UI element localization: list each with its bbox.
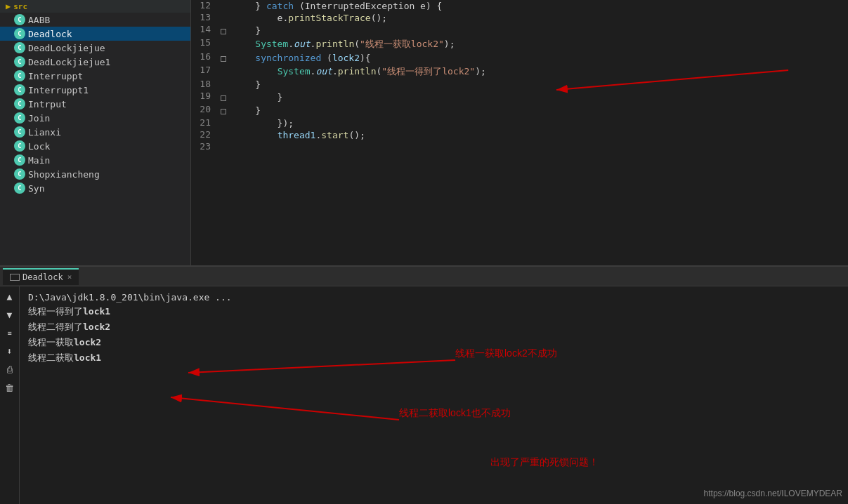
java-icon: C [14,140,25,152]
console-main: ▲ ▼ ≡ ⬇ ⎙ 🗑 D:\Java\jdk1.8.0_201\bin\jav… [0,286,848,504]
scroll-down-btn[interactable]: ▼ [3,307,17,321]
code-line-14: 14 } [191,24,848,37]
sidebar-item-intrput[interactable]: C Intrput [0,97,190,111]
java-icon: C [14,70,25,81]
wrap-btn[interactable]: ≡ [3,326,17,340]
code-editor: 12 } catch (InterruptedException e) { 13… [191,0,848,265]
code-table: 12 } catch (InterruptedException e) { 13… [191,0,848,152]
sidebar-item-syn[interactable]: C Syn [0,181,190,195]
sidebar-item-src[interactable]: ▶ src [0,0,190,13]
print-btn[interactable]: ⎙ [3,362,17,376]
sidebar-item-lianxi[interactable]: C Lianxi [0,125,190,139]
code-line-19: 19 } [191,91,848,104]
console-output-1: 线程一得到了lock1 [28,304,840,319]
console-path-line: D:\Java\jdk1.8.0_201\bin\java.exe ... [28,291,840,304]
sidebar-item-lock[interactable]: C Lock [0,139,190,153]
watermark: https://blog.csdn.net/ILOVEMYDEAR [704,489,842,498]
console-output-3: 线程一获取lock2 [28,335,840,350]
console-left-toolbar: ▲ ▼ ≡ ⬇ ⎙ 🗑 [0,286,20,504]
console-tab-deadlock[interactable]: Deadlock × [3,268,79,285]
java-icon: C [14,183,25,194]
code-line-16: 16 synchronized (lock2){ [191,51,848,65]
console-tab-icon [10,274,20,281]
java-icon: C [14,14,25,25]
java-icon: C [14,98,25,110]
console-output-4: 线程二获取lock1 [28,350,840,366]
code-line-13: 13 e.printStackTrace(); [191,12,848,24]
java-icon: C [14,112,25,124]
sidebar-item-interruppt[interactable]: C Interruppt [0,69,190,83]
console-tab-label: Deadlock [22,272,63,282]
java-icon: C [14,28,25,39]
java-icon: C [14,42,25,53]
code-line-18: 18 } [191,79,848,91]
sidebar-item-deadlockjiejue1[interactable]: C DeadLockjiejue1 [0,55,190,69]
java-icon: C [14,84,25,95]
console-output-2: 线程二得到了lock2 [28,319,840,335]
console-tab-close[interactable]: × [67,272,72,281]
sidebar-item-join[interactable]: C Join [0,111,190,125]
sidebar: ▶ src C AABB C Deadlock C DeadLockjiejue… [0,0,191,265]
code-line-12: 12 } catch (InterruptedException e) { [191,0,848,12]
sidebar-item-main[interactable]: C Main [0,153,190,167]
code-line-21: 21 }); [191,117,848,129]
console-content: D:\Java\jdk1.8.0_201\bin\java.exe ... 线程… [20,286,848,504]
scroll-end-btn[interactable]: ⬇ [3,344,17,358]
scroll-up-btn[interactable]: ▲ [3,289,17,303]
svg-line-7 [171,397,399,420]
console-area: Deadlock × ▲ ▼ ≡ ⬇ ⎙ 🗑 D:\Java\jdk1.8.0_… [0,265,848,504]
sidebar-item-interruppt1[interactable]: C Interruppt1 [0,83,190,97]
svg-text:出现了严重的死锁问题！: 出现了严重的死锁问题！ [490,456,599,467]
sidebar-item-shopxiancheng[interactable]: C Shopxiancheng [0,167,190,181]
code-line-17: 17 System.out.println("线程一得到了lock2"); [191,65,848,79]
code-line-22: 22 thread1.start(); [191,129,848,141]
svg-text:线程二获取lock1也不成功: 线程二获取lock1也不成功 [399,407,511,418]
console-tabs: Deadlock × [0,267,848,286]
sidebar-item-deadlockjiejue[interactable]: C DeadLockjiejue [0,41,190,55]
java-icon: C [14,56,25,67]
java-icon: C [14,168,25,180]
top-area: ▶ src C AABB C Deadlock C DeadLockjiejue… [0,0,848,265]
delete-btn[interactable]: 🗑 [3,380,17,394]
sidebar-item-aabb[interactable]: C AABB [0,13,190,27]
java-icon: C [14,154,25,166]
java-icon: C [14,126,25,138]
code-line-20: 20 } [191,104,848,117]
sidebar-item-deadlock[interactable]: C Deadlock [0,27,190,41]
code-line-23: 23 [191,141,848,152]
code-line-15: 15 System.out.println("线程一获取lock2"); [191,37,848,51]
